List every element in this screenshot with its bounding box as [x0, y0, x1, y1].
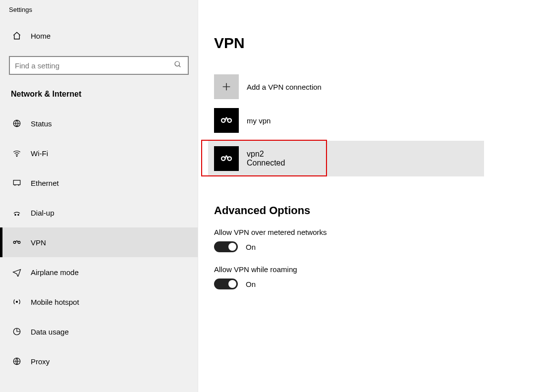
svg-point-6: [13, 241, 16, 244]
sidebar-category: Network & Internet: [0, 90, 198, 109]
home-nav[interactable]: Home: [0, 24, 198, 47]
toggle-state: On: [246, 243, 256, 251]
settings-sidebar: Settings Home Network & Internet Status: [0, 0, 198, 392]
vpn-connection-name: vpn2: [247, 150, 285, 159]
vpn-icon: [11, 238, 23, 247]
search-icon: [174, 60, 183, 70]
vpn-connection-item-selected[interactable]: vpn2 Connected: [208, 141, 484, 176]
sidebar-item-wifi[interactable]: Wi-Fi: [0, 138, 198, 168]
toggle-roaming[interactable]: [214, 279, 238, 289]
plus-icon: [214, 74, 239, 99]
sidebar-item-label: Wi-Fi: [31, 149, 48, 158]
sidebar-item-airplane[interactable]: Airplane mode: [0, 257, 198, 287]
proxy-icon: [11, 357, 23, 366]
sidebar-item-label: Dial-up: [31, 209, 54, 217]
svg-point-5: [18, 214, 19, 215]
window-title: Settings: [0, 5, 198, 24]
sidebar-item-label: Airplane mode: [31, 268, 79, 277]
add-vpn-label: Add a VPN connection: [247, 83, 322, 91]
globe-icon: [11, 119, 23, 128]
sidebar-item-label: Ethernet: [31, 179, 59, 187]
add-vpn-button[interactable]: Add a VPN connection: [214, 74, 543, 99]
sidebar-item-dialup[interactable]: Dial-up: [0, 198, 198, 227]
airplane-icon: [11, 268, 23, 277]
vpn-connection-name: my vpn: [247, 116, 271, 125]
vpn-connection-icon: [214, 146, 239, 171]
sidebar-item-ethernet[interactable]: Ethernet: [0, 168, 198, 198]
home-label: Home: [31, 32, 51, 40]
search-input-container[interactable]: [9, 56, 189, 75]
option-label: Allow VPN while roaming: [214, 265, 543, 274]
svg-point-12: [228, 118, 232, 122]
svg-point-4: [15, 214, 16, 215]
svg-point-11: [221, 118, 225, 122]
option-label: Allow VPN over metered networks: [214, 228, 543, 236]
vpn-connection-icon: [214, 108, 239, 133]
svg-point-0: [175, 61, 179, 66]
main-panel: VPN Add a VPN connection my vpn: [198, 0, 543, 392]
advanced-options-heading: Advanced Options: [214, 204, 543, 217]
search-input[interactable]: [15, 61, 174, 70]
sidebar-item-label: VPN: [31, 238, 46, 247]
sidebar-item-label: Mobile hotspot: [31, 298, 79, 306]
sidebar-item-label: Status: [31, 119, 52, 128]
dialup-icon: [11, 208, 23, 217]
vpn-connection-item[interactable]: my vpn: [214, 108, 543, 133]
sidebar-item-status[interactable]: Status: [0, 109, 198, 138]
sidebar-item-vpn[interactable]: VPN: [0, 227, 198, 257]
sidebar-item-proxy[interactable]: Proxy: [0, 346, 198, 376]
page-title: VPN: [214, 35, 543, 52]
sidebar-item-label: Proxy: [31, 357, 50, 366]
svg-point-8: [16, 301, 18, 303]
sidebar-item-label: Data usage: [31, 328, 69, 336]
toggle-state: On: [246, 280, 256, 288]
toggle-metered[interactable]: [214, 241, 238, 252]
sidebar-item-hotspot[interactable]: Mobile hotspot: [0, 287, 198, 317]
sidebar-item-datausage[interactable]: Data usage: [0, 317, 198, 346]
svg-rect-3: [13, 180, 20, 185]
ethernet-icon: [11, 178, 23, 187]
svg-point-13: [221, 157, 225, 161]
hotspot-icon: [11, 297, 23, 306]
home-icon: [11, 31, 23, 40]
datausage-icon: [11, 327, 23, 336]
svg-point-14: [228, 157, 232, 161]
svg-point-7: [18, 241, 20, 244]
vpn-connection-status: Connected: [247, 159, 285, 168]
svg-point-2: [16, 156, 17, 157]
wifi-icon: [11, 149, 23, 158]
